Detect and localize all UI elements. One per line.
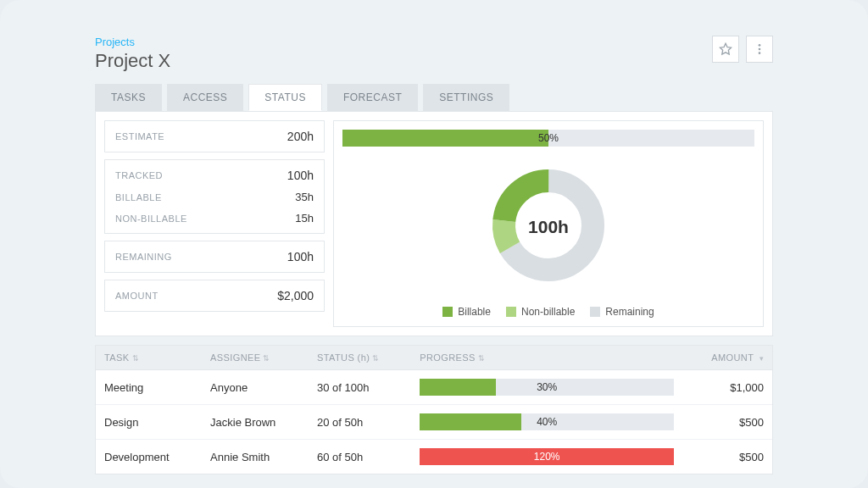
- stat-tracked: TRACKED 100h BILLABLE 35h NON-BILLABLE 1…: [104, 159, 325, 234]
- tab-access[interactable]: ACCESS: [167, 84, 243, 111]
- breadcrumb: Projects: [95, 36, 170, 48]
- stat-remaining: REMAINING 100h: [104, 241, 325, 273]
- task-table: TASK⇅ ASSIGNEE⇅ STATUS (h)⇅ PROGRESS⇅ AM…: [95, 345, 773, 474]
- legend-label: Non-billable: [521, 306, 575, 318]
- col-assignee[interactable]: ASSIGNEE⇅: [202, 346, 309, 370]
- cell-amount: $500: [682, 440, 772, 474]
- cell-progress: 40%: [411, 405, 682, 440]
- cell-task: Design: [96, 405, 202, 440]
- legend-label: Billable: [458, 306, 491, 318]
- tab-status[interactable]: STATUS: [248, 84, 322, 111]
- legend-nonbillable: Non-billable: [506, 306, 575, 318]
- cell-assignee: Jackie Brown: [202, 405, 309, 440]
- project-card: Projects Project X TASKS ACCESS STATUS F…: [95, 36, 773, 488]
- cell-amount: $500: [682, 405, 772, 440]
- overall-progress-label: 50%: [342, 130, 754, 147]
- stat-value: 100h: [287, 169, 314, 182]
- page-title: Project X: [95, 50, 170, 72]
- tab-tasks[interactable]: TASKS: [95, 84, 162, 111]
- svg-marker-0: [720, 43, 731, 54]
- stat-value: 15h: [295, 212, 314, 225]
- swatch-icon: [590, 307, 600, 317]
- swatch-icon: [442, 307, 453, 317]
- cell-status: 20 of 50h: [309, 405, 411, 440]
- tab-bar: TASKS ACCESS STATUS FORECAST SETTINGS: [95, 84, 773, 111]
- svg-point-1: [759, 44, 761, 47]
- stat-label: BILLABLE: [115, 192, 162, 202]
- table-row[interactable]: Design Jackie Brown 20 of 50h 40% $500: [96, 405, 772, 440]
- cell-assignee: Anyone: [202, 370, 309, 405]
- cell-progress: 30%: [411, 370, 682, 405]
- stat-label: REMAINING: [115, 252, 172, 262]
- col-amount[interactable]: AMOUNT ▾: [682, 346, 772, 370]
- overall-progress-bar: 50%: [342, 130, 754, 147]
- cell-amount: $1,000: [682, 370, 772, 405]
- stat-value: 35h: [295, 191, 314, 203]
- col-status[interactable]: STATUS (h)⇅: [309, 346, 411, 370]
- tab-forecast[interactable]: FORECAST: [327, 84, 418, 111]
- table-row[interactable]: Meeting Anyone 30 of 100h 30% $1,000: [96, 370, 772, 405]
- star-button[interactable]: [712, 36, 739, 63]
- sort-icon: ▾: [760, 354, 764, 363]
- col-progress[interactable]: PROGRESS⇅: [411, 346, 682, 370]
- legend-remaining: Remaining: [590, 306, 654, 318]
- cell-task: Meeting: [96, 370, 202, 405]
- stat-estimate: ESTIMATE 200h: [104, 120, 325, 152]
- tab-settings[interactable]: SETTINGS: [423, 84, 509, 111]
- stat-value: 200h: [287, 130, 314, 143]
- stat-value: $2,000: [277, 289, 314, 302]
- cell-task: Development: [96, 440, 202, 474]
- cell-status: 60 of 50h: [309, 440, 411, 474]
- cell-assignee: Annie Smith: [202, 440, 309, 474]
- legend-label: Remaining: [605, 306, 654, 318]
- more-button[interactable]: [746, 36, 773, 63]
- sort-icon: ⇅: [132, 354, 139, 363]
- breadcrumb-root[interactable]: Projects: [95, 36, 135, 48]
- legend-billable: Billable: [442, 306, 491, 318]
- stat-amount: AMOUNT $2,000: [104, 280, 325, 312]
- table-row[interactable]: Development Annie Smith 60 of 50h 120% $…: [96, 440, 772, 474]
- stat-label: TRACKED: [115, 170, 163, 180]
- stat-label: NON-BILLABLE: [115, 214, 187, 224]
- hours-donut: 100h: [485, 162, 612, 292]
- cell-progress: 120%: [411, 440, 682, 474]
- stat-label: ESTIMATE: [115, 131, 164, 141]
- sort-icon: ⇅: [263, 354, 270, 363]
- more-vertical-icon: [753, 42, 766, 56]
- stat-label: AMOUNT: [115, 291, 159, 301]
- col-task[interactable]: TASK⇅: [96, 346, 202, 370]
- swatch-icon: [506, 307, 516, 317]
- star-icon: [719, 42, 732, 56]
- svg-point-3: [759, 52, 761, 54]
- sort-icon: ⇅: [478, 354, 485, 363]
- donut-center-label: 100h: [528, 217, 569, 236]
- svg-point-2: [759, 48, 761, 51]
- cell-status: 30 of 100h: [309, 370, 411, 405]
- sort-icon: ⇅: [372, 354, 379, 363]
- donut-legend: Billable Non-billable Remaining: [442, 306, 654, 318]
- status-panel: ESTIMATE 200h TRACKED 100h BILLABLE 35h …: [95, 111, 773, 336]
- stat-value: 100h: [287, 250, 314, 263]
